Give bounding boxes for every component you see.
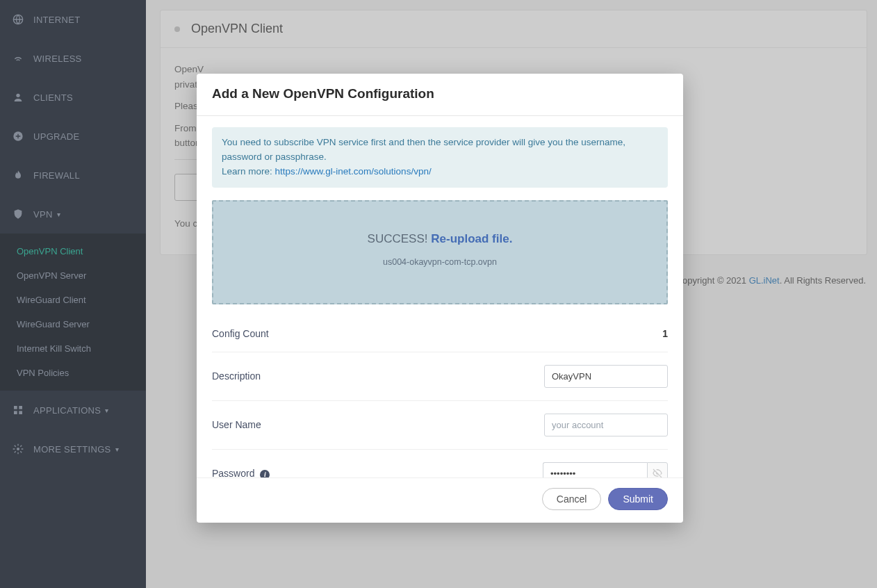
field-row-description: Description: [212, 352, 668, 401]
description-label: Description: [212, 370, 544, 382]
uploaded-filename: us004-okayvpn-com-tcp.ovpn: [220, 257, 659, 267]
field-row-config-count: Config Count 1: [212, 316, 668, 352]
upload-dropzone[interactable]: SUCCESS! Re-upload file. us004-okayvpn-c…: [212, 200, 668, 304]
reupload-link[interactable]: Re-upload file.: [431, 232, 512, 245]
username-input[interactable]: [544, 414, 668, 436]
modal-footer: Cancel Submit: [197, 477, 683, 523]
modal-body: You need to subscribe VPN service first …: [197, 116, 683, 477]
modal-header: Add a New OpenVPN Configuration: [197, 74, 683, 116]
cancel-button[interactable]: Cancel: [542, 488, 602, 510]
field-row-password: Password i: [212, 450, 668, 477]
info-icon[interactable]: i: [260, 470, 270, 477]
modal-title: Add a New OpenVPN Configuration: [212, 86, 668, 101]
eye-off-icon: [652, 468, 663, 477]
toggle-password-visibility[interactable]: [647, 462, 668, 477]
password-input[interactable]: [543, 462, 647, 477]
field-row-username: User Name: [212, 401, 668, 450]
submit-button[interactable]: Submit: [608, 488, 668, 510]
config-count-value: 1: [662, 328, 668, 339]
learn-more-link[interactable]: https://www.gl-inet.com/solutions/vpn/: [275, 166, 432, 177]
username-label: User Name: [212, 419, 544, 430]
password-label: Password i: [212, 468, 543, 477]
modal-add-openvpn: Add a New OpenVPN Configuration You need…: [197, 74, 683, 523]
upload-success-label: SUCCESS!: [368, 232, 432, 245]
description-input[interactable]: [544, 365, 668, 388]
config-count-label: Config Count: [212, 328, 662, 339]
info-box: You need to subscribe VPN service first …: [212, 127, 668, 188]
